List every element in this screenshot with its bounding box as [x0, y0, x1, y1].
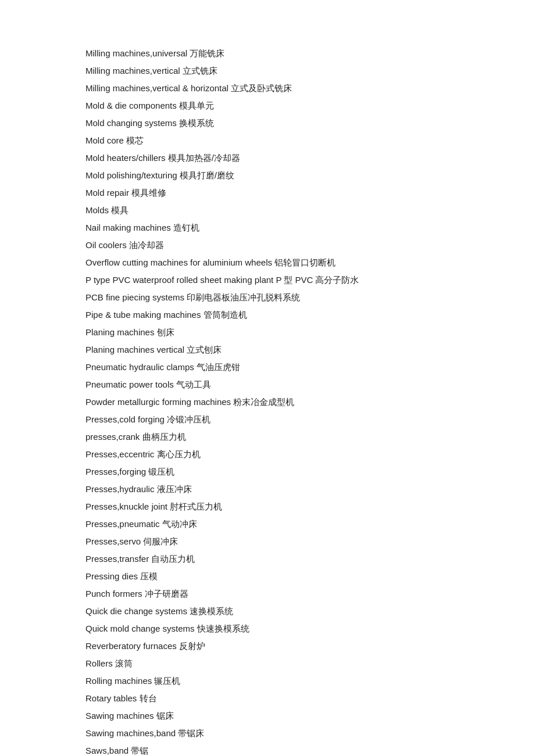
list-item: Planing machines 刨床	[85, 325, 450, 339]
list-item: Overflow cutting machines for aluminium …	[85, 256, 450, 270]
list-item: Oil coolers 油冷却器	[85, 238, 450, 252]
list-item: Rotary tables 转台	[85, 691, 450, 705]
list-item: Rollers 滚筒	[85, 657, 450, 671]
list-item: Quick mold change systems 快速换模系统	[85, 622, 450, 636]
list-item: Punch formers 冲子研磨器	[85, 587, 450, 601]
list-item: presses,crank 曲柄压力机	[85, 430, 450, 444]
list-item: Mold polishing/texturing 模具打磨/磨纹	[85, 169, 450, 182]
list-item: Presses,pneumatic 气动冲床	[85, 517, 450, 531]
list-item: Milling machines,universal 万能铣床	[85, 46, 450, 60]
list-item: Presses,hydraulic 液压冲床	[85, 482, 450, 496]
list-item: Planing machines vertical 立式刨床	[85, 343, 450, 357]
list-item: Milling machines,vertical 立式铣床	[85, 64, 450, 78]
list-item: Mold & die components 模具单元	[85, 99, 450, 113]
list-item: Quick die change systems 速换模系统	[85, 604, 450, 618]
list-item: Pipe & tube making machines 管筒制造机	[85, 308, 450, 322]
list-item: Presses,servo 伺服冲床	[85, 535, 450, 549]
list-item: Mold core 模芯	[85, 134, 450, 148]
list-item: Pneumatic hydraulic clamps 气油压虎钳	[85, 360, 450, 374]
list-item: Saws,band 带锯	[85, 744, 450, 756]
list-item: Reverberatory furnaces 反射炉	[85, 639, 450, 653]
list-item: Rolling machines 辗压机	[85, 674, 450, 688]
list-item: Mold changing systems 换模系统	[85, 116, 450, 130]
list-item: PCB fine piecing systems 印刷电器板油压冲孔脱料系统	[85, 291, 450, 304]
list-item: Presses,eccentric 离心压力机	[85, 447, 450, 461]
list-item: Presses,knuckle joint 肘杆式压力机	[85, 500, 450, 514]
list-item: Sawing machines 锯床	[85, 709, 450, 723]
list-item: Molds 模具	[85, 203, 450, 217]
list-item: Powder metallurgic forming machines 粉末冶金…	[85, 395, 450, 409]
list-item: Presses,transfer 自动压力机	[85, 552, 450, 566]
list-item: Mold repair 模具维修	[85, 186, 450, 200]
list-item: Sawing machines,band 带锯床	[85, 726, 450, 740]
list-item: Milling machines,vertical & horizontal 立…	[85, 81, 450, 95]
main-list: Milling machines,universal 万能铣床Milling m…	[85, 46, 450, 756]
list-item: Presses,cold forging 冷锻冲压机	[85, 413, 450, 427]
list-item: P type PVC waterproof rolled sheet makin…	[85, 273, 450, 287]
list-item: Pressing dies 压模	[85, 569, 450, 583]
list-item: Nail making machines 造钉机	[85, 221, 450, 235]
list-item: Mold heaters/chillers 模具加热器/冷却器	[85, 151, 450, 165]
list-item: Presses,forging 锻压机	[85, 465, 450, 479]
list-item: Pneumatic power tools 气动工具	[85, 378, 450, 392]
